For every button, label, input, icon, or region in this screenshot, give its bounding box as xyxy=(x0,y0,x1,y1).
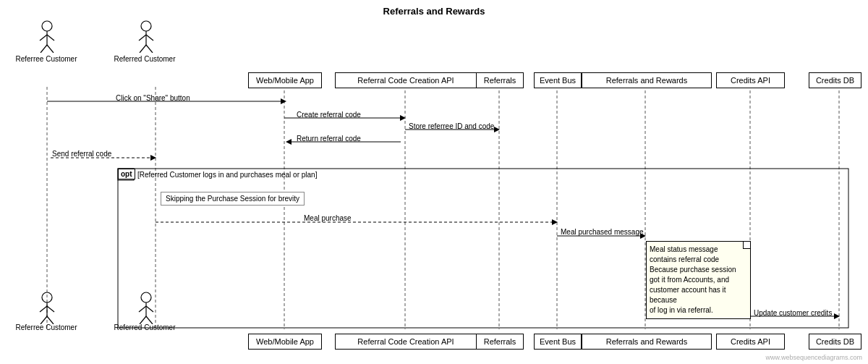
svg-line-32 xyxy=(47,35,54,41)
referee-customer-label-top: Referree Customer xyxy=(10,55,82,63)
meal-status-note: Meal status messagecontains referral cod… xyxy=(646,241,751,319)
msg-store-label: Store referree ID and code xyxy=(409,122,494,130)
opt-condition: [Referred Customer logs in and purchases… xyxy=(137,171,317,179)
msg-meal-label: Meal purchase xyxy=(304,214,352,222)
referred-figure-bottom xyxy=(127,292,166,324)
creditsapi-box-bottom: Credits API xyxy=(716,334,785,350)
svg-line-40 xyxy=(146,45,153,53)
svg-line-51 xyxy=(140,316,146,324)
svg-marker-14 xyxy=(494,127,500,132)
diagram-title: Referrals and Rewards xyxy=(0,0,868,17)
creditsdb-box-top: Credits DB xyxy=(809,72,861,88)
svg-line-34 xyxy=(47,45,54,53)
svg-point-41 xyxy=(42,292,52,302)
svg-point-29 xyxy=(42,21,52,31)
msg-send-label: Send referral code xyxy=(52,150,111,158)
referee-customer-figure xyxy=(27,20,67,53)
creditsapi-box-top: Credits API xyxy=(716,72,785,88)
randr-box-bottom: Referrals and Rewards xyxy=(582,334,712,350)
diagram-container: Referrals and Rewards xyxy=(0,0,868,364)
svg-line-37 xyxy=(139,35,146,41)
referrals-box-bottom: Referrals xyxy=(476,334,524,350)
msg-create-label: Create referral code xyxy=(297,111,361,119)
referred-customer-label-bottom: Referred Customer xyxy=(109,323,181,331)
referralapi-box-bottom: Referral Code Creation API xyxy=(335,334,477,350)
referrals-box-top: Referrals xyxy=(476,72,524,88)
referralapi-box-top: Referral Code Creation API xyxy=(335,72,477,88)
opt-bracket: opt xyxy=(118,169,135,179)
svg-marker-22 xyxy=(552,219,558,225)
msg-updatecredits2-label: Update customer credits xyxy=(754,309,832,317)
creditsdb-box-bottom: Credits DB xyxy=(809,334,861,350)
webapp-box-bottom: Web/Mobile App xyxy=(248,334,322,350)
svg-marker-12 xyxy=(400,115,406,121)
referee-customer-label-bottom: Referree Customer xyxy=(10,323,82,331)
referred-customer-figure xyxy=(127,20,166,53)
svg-line-49 xyxy=(139,306,146,312)
eventbus-box-bottom: Event Bus xyxy=(534,334,582,350)
note-corner xyxy=(743,242,750,249)
svg-line-33 xyxy=(41,45,47,53)
svg-line-44 xyxy=(47,306,54,312)
watermark: www.websequencediagrams.com xyxy=(765,354,862,361)
eventbus-box-top: Event Bus xyxy=(534,72,582,88)
svg-line-31 xyxy=(40,35,47,41)
svg-line-50 xyxy=(146,306,153,312)
svg-line-45 xyxy=(41,316,47,324)
webapp-box-top: Web/Mobile App xyxy=(248,72,322,88)
skip-note-box: Skipping the Purchase Session for brevit… xyxy=(161,192,305,206)
randr-box-top: Referrals and Rewards xyxy=(582,72,712,88)
svg-point-47 xyxy=(141,292,151,302)
referred-customer-label-top: Referred Customer xyxy=(109,55,181,63)
svg-line-43 xyxy=(40,306,47,312)
svg-line-39 xyxy=(140,45,146,53)
svg-line-38 xyxy=(146,35,153,41)
svg-marker-10 xyxy=(281,98,286,104)
svg-marker-16 xyxy=(286,139,292,145)
svg-marker-28 xyxy=(834,313,840,319)
referee-figure-bottom xyxy=(27,292,67,324)
msg-mealpurchased-label: Meal purchased message xyxy=(561,228,644,236)
msg-click-label: Click on "Share" button xyxy=(116,94,190,102)
svg-line-52 xyxy=(146,316,153,324)
svg-line-46 xyxy=(47,316,54,324)
svg-marker-18 xyxy=(150,155,156,161)
msg-return-label: Return referral code xyxy=(297,135,361,143)
svg-point-35 xyxy=(141,21,151,31)
